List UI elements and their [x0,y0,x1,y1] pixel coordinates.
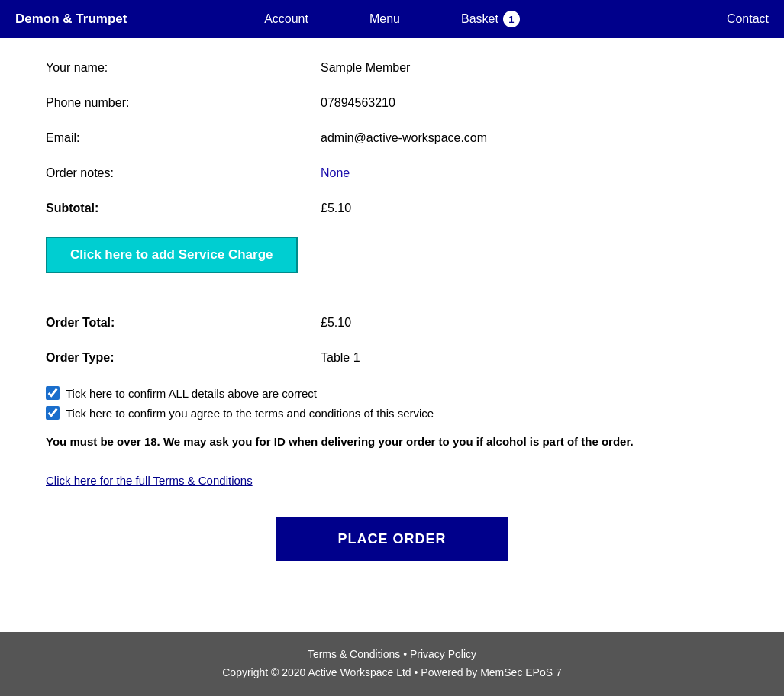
confirm-terms-label: Tick here to confirm you agree to the te… [66,407,434,420]
service-charge-wrap: Click here to add Service Charge [46,237,738,295]
navbar: Demon & Trumpet Account Menu Basket 1 Co… [0,0,784,38]
subtotal-row: Subtotal: £5.10 [46,201,738,215]
order-total-row: Order Total: £5.10 [46,316,738,330]
nav-contact-link[interactable]: Contact [727,12,769,26]
subtotal-label: Subtotal: [46,201,321,215]
nav-brand[interactable]: Demon & Trumpet [15,11,166,27]
confirm-details-row: Tick here to confirm ALL details above a… [46,386,738,400]
age-warning: You must be over 18. We may ask you for … [46,435,738,448]
place-order-wrap: PLACE ORDER [46,517,738,561]
terms-link[interactable]: Click here for the full Terms & Conditio… [46,474,253,487]
place-order-button[interactable]: PLACE ORDER [276,517,507,561]
order-total-label: Order Total: [46,316,321,330]
basket-count: 1 [503,11,520,27]
nav-basket[interactable]: Basket 1 [461,11,520,27]
service-charge-button[interactable]: Click here to add Service Charge [46,237,298,273]
subtotal-value: £5.10 [321,201,351,215]
order-notes-row: Order notes: None [46,166,738,180]
nav-account[interactable]: Account [264,12,308,26]
order-type-row: Order Type: Table 1 [46,351,738,365]
order-type-label: Order Type: [46,351,321,365]
your-name-value: Sample Member [321,61,410,75]
main-content: Your name: Sample Member Phone number: 0… [0,38,784,632]
footer-copyright: Copyright © 2020 Active Workspace Ltd • … [15,664,769,682]
nav-menu[interactable]: Menu [369,12,400,26]
confirm-terms-row: Tick here to confirm you agree to the te… [46,406,738,420]
your-name-label: Your name: [46,61,321,75]
nav-contact: Contact [618,12,769,26]
your-name-row: Your name: Sample Member [46,61,738,75]
email-value: admin@active-workspace.com [321,131,487,145]
footer-links: Terms & Conditions • Privacy Policy [15,646,769,664]
checkboxes-section: Tick here to confirm ALL details above a… [46,386,738,420]
order-total-value: £5.10 [321,316,351,330]
order-type-value: Table 1 [321,351,360,365]
email-row: Email: admin@active-workspace.com [46,131,738,145]
order-notes-value: None [321,166,350,180]
order-notes-label: Order notes: [46,166,321,180]
confirm-details-label: Tick here to confirm ALL details above a… [66,387,317,400]
confirm-details-checkbox[interactable] [46,386,60,400]
phone-label: Phone number: [46,96,321,110]
phone-row: Phone number: 07894563210 [46,96,738,110]
phone-value: 07894563210 [321,96,395,110]
confirm-terms-checkbox[interactable] [46,406,60,420]
nav-links: Account Menu Basket 1 [166,11,618,27]
email-label: Email: [46,131,321,145]
nav-basket-label: Basket [461,12,498,26]
footer: Terms & Conditions • Privacy Policy Copy… [0,632,784,696]
